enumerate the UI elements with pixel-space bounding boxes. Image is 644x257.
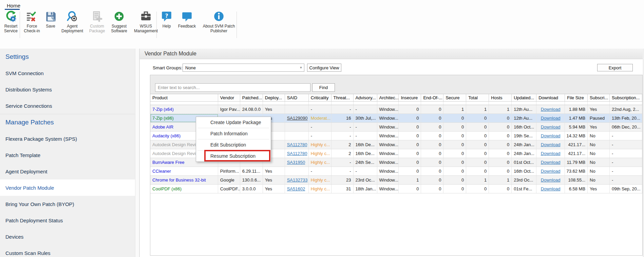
cell-arch: Window... bbox=[377, 132, 399, 140]
column-header-said[interactable]: SAID bbox=[285, 94, 309, 101]
column-header-total[interactable]: Total bbox=[466, 94, 489, 101]
said-link[interactable]: SA31950 bbox=[287, 160, 305, 165]
sidebar-item-vendor-patch-module[interactable]: Vendor Patch Module bbox=[0, 179, 135, 196]
sidebar-item-service-connections[interactable]: Service Connections bbox=[0, 98, 135, 114]
search-input[interactable] bbox=[155, 83, 310, 92]
product-link[interactable]: CCleaner bbox=[152, 169, 171, 174]
column-header-advisory[interactable]: Advisory... bbox=[354, 94, 377, 101]
column-header-product[interactable]: Product bbox=[150, 94, 218, 101]
cell-said: SA31950 bbox=[285, 158, 309, 167]
column-header-endoflife[interactable]: End-Of-... bbox=[421, 94, 443, 101]
table-row[interactable]: CCleanerPiriform...6.29.11...Yes---Windo… bbox=[150, 167, 642, 176]
column-header-secure[interactable]: Secure bbox=[443, 94, 466, 101]
agent-deployment-button[interactable]: Agent Deployment bbox=[59, 10, 85, 33]
find-button[interactable]: Find bbox=[312, 83, 335, 92]
help-button[interactable]: ? Help bbox=[159, 10, 174, 29]
download-link[interactable]: Download bbox=[541, 142, 561, 147]
column-header-subscription[interactable]: Subscription... bbox=[610, 94, 642, 101]
table-row[interactable]: CoolPDF (x86)CoolPDF...3.0.0.0YesSA51602… bbox=[150, 185, 642, 193]
menu-item-patch-information[interactable]: Patch Information bbox=[196, 128, 271, 139]
svg-text:?: ? bbox=[165, 13, 168, 19]
download-link[interactable]: Download bbox=[541, 169, 561, 174]
product-link[interactable]: Chrome for Business 32-bit bbox=[152, 177, 206, 183]
sidebar-item-patch-deployment-status[interactable]: Patch Deployment Status bbox=[0, 212, 135, 228]
cell-advisory: 30th Jul,... bbox=[354, 114, 377, 122]
cell-subscription: - bbox=[610, 167, 642, 175]
said-link[interactable]: SA132733 bbox=[287, 177, 308, 183]
column-header-patched[interactable]: Patched... bbox=[240, 94, 263, 101]
force-checkin-button[interactable]: Force Check-in bbox=[22, 10, 42, 33]
sidebar-item-distribution-systems[interactable]: Distribution Systems bbox=[0, 81, 135, 98]
said-link[interactable]: SA112780 bbox=[287, 151, 307, 156]
sidebar-item-agent-deployment[interactable]: Agent Deployment bbox=[0, 163, 135, 179]
column-header-subscribed[interactable]: Subscri... bbox=[588, 94, 610, 101]
column-header-updated[interactable]: Updated... bbox=[512, 94, 536, 101]
sidebar-item-custom-scan-rules[interactable]: Custom Scan Rules bbox=[0, 245, 135, 257]
download-link[interactable]: Download bbox=[541, 151, 561, 156]
column-header-deploy[interactable]: Deploy... bbox=[263, 94, 285, 101]
product-link[interactable]: Autodesk Design Revie... bbox=[152, 151, 202, 156]
product-link[interactable]: Autodesk Design Revie... bbox=[152, 142, 202, 147]
restart-service-icon bbox=[5, 10, 17, 22]
said-link[interactable]: SA112780 bbox=[287, 142, 307, 147]
export-button[interactable]: Export bbox=[597, 64, 633, 71]
toolbar-button-label: Restart Service bbox=[2, 24, 20, 33]
download-link[interactable]: Download bbox=[541, 186, 561, 191]
column-header-criticality[interactable]: Criticality bbox=[309, 94, 332, 101]
cell-arch: Window... bbox=[377, 140, 399, 149]
configure-view-button[interactable]: Configure View bbox=[307, 64, 341, 72]
column-header-vendor[interactable]: Vendor bbox=[218, 94, 240, 101]
sidebar-item-bring-your-own-patch-byop[interactable]: Bring Your Own Patch (BYOP) bbox=[0, 196, 135, 212]
sidebar-item-devices[interactable]: Devices bbox=[0, 228, 135, 245]
column-header-threat[interactable]: Threat... bbox=[332, 94, 354, 101]
product-link[interactable]: 7-Zip (x64) bbox=[152, 107, 174, 112]
cell-endoflife: 0 bbox=[421, 105, 443, 114]
menu-item-create-update-package[interactable]: Create Update Package bbox=[196, 117, 271, 128]
column-header-download[interactable]: Download bbox=[536, 94, 565, 101]
cell-filesize: 1.47 MB bbox=[565, 114, 588, 122]
sidebar-item-flexera-package-system-sps[interactable]: Flexera Package System (SPS) bbox=[0, 131, 135, 147]
smart-groups-dropdown[interactable]: None ▼ bbox=[183, 64, 304, 72]
cell-said: SA112780 bbox=[285, 149, 309, 158]
column-header-arch[interactable]: Architec... bbox=[377, 94, 399, 101]
download-link[interactable]: Download bbox=[541, 107, 561, 112]
product-link[interactable]: BurnAware Free bbox=[152, 160, 184, 165]
tab-home[interactable]: Home bbox=[5, 2, 22, 9]
product-link[interactable]: Audacity (x86) bbox=[152, 133, 181, 138]
sidebar-item-patch-template[interactable]: Patch Template bbox=[0, 147, 135, 163]
save-button[interactable]: Save bbox=[44, 10, 57, 29]
sidebar-item-svm-connection[interactable]: SVM Connection bbox=[0, 65, 135, 81]
download-link[interactable]: Download bbox=[541, 177, 561, 183]
panel-title-bar: Vendor Patch Module bbox=[140, 49, 644, 59]
toolbar-separator bbox=[20, 12, 20, 38]
menu-item-resume-subscription[interactable]: Resume Subscription bbox=[196, 151, 271, 161]
cell-threat: - bbox=[332, 167, 354, 175]
download-link[interactable]: Download bbox=[541, 124, 561, 130]
feedback-button[interactable]: Feedback bbox=[176, 10, 198, 29]
cell-hosts: 0 bbox=[489, 140, 512, 149]
cell-subscribed: No bbox=[588, 132, 610, 140]
download-link[interactable]: Download bbox=[541, 160, 561, 165]
suggest-software-button[interactable]: Suggest Software bbox=[109, 10, 129, 33]
cell-subscription: - bbox=[610, 149, 642, 158]
table-row[interactable]: Chrome for Business 32-bitGoogle130.0.6.… bbox=[150, 176, 642, 185]
download-link[interactable]: Download bbox=[541, 116, 561, 121]
cell-secure: 0 bbox=[443, 149, 466, 158]
cell-deploy: Yes bbox=[263, 176, 285, 184]
agent-deployment-icon bbox=[66, 10, 78, 22]
menu-item-edit-subscription[interactable]: Edit Subscription bbox=[196, 139, 271, 150]
product-link[interactable]: Adobe AIR bbox=[152, 124, 173, 130]
table-row[interactable]: 7-Zip (x64)Igor Pav...24.08.0.0Yes---Win… bbox=[150, 105, 642, 114]
cell-total: 0 bbox=[466, 185, 489, 193]
cell-patched: 3.0.0.0 bbox=[240, 185, 263, 193]
about-button[interactable]: About SVM Patch Publisher bbox=[200, 10, 238, 33]
download-link[interactable]: Download bbox=[541, 133, 561, 138]
said-link[interactable]: SA51602 bbox=[287, 186, 305, 191]
product-link[interactable]: 7-Zip (x86) bbox=[152, 116, 174, 121]
column-header-hosts[interactable]: Hosts bbox=[489, 94, 512, 101]
column-header-insecure[interactable]: Insecure bbox=[399, 94, 421, 101]
restart-service-button[interactable]: Restart Service bbox=[2, 10, 20, 33]
said-link[interactable]: SA129090 bbox=[287, 116, 308, 121]
column-header-filesize[interactable]: File Size bbox=[565, 94, 588, 101]
product-link[interactable]: CoolPDF (x86) bbox=[152, 186, 182, 191]
